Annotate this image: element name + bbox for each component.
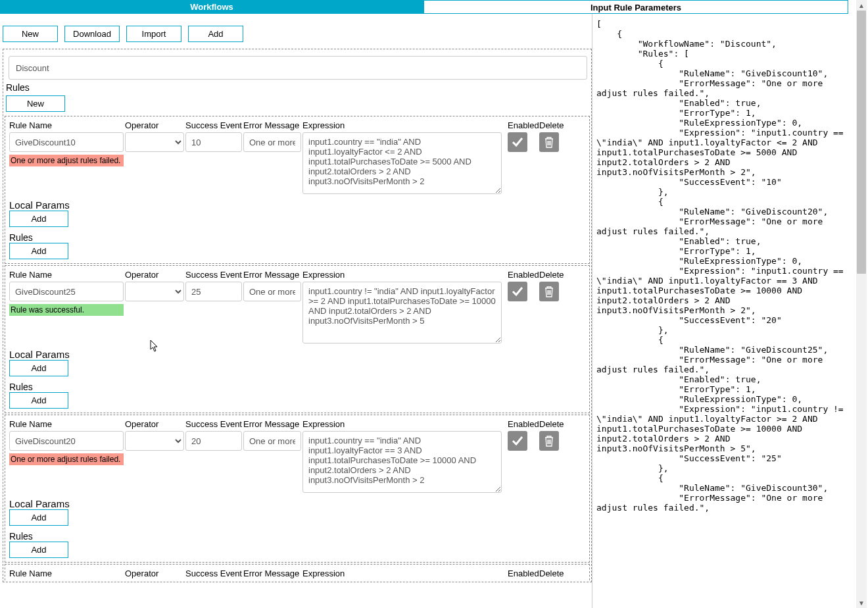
rule-status: One or more adjust rules failed. [9,155,124,166]
operator-select[interactable] [125,282,184,301]
local-params-label: Local Params [9,349,585,360]
col-errormessage: Error Message [243,268,301,282]
rule-block: Rule Name One or more adjust rules faile… [5,415,590,563]
col-delete: Delete [539,268,566,282]
toolbar: New Download Import Add [0,14,592,49]
enabled-toggle[interactable] [508,132,527,152]
vertical-scrollbar[interactable]: ▲ ▼ [856,0,867,608]
local-params-label: Local Params [9,199,585,211]
enabled-toggle[interactable] [508,282,527,301]
col-rulename: Rule Name [9,418,124,431]
col-operator: Operator [125,268,184,282]
col-errormessage: Error Message [243,119,301,132]
rule-block: Rule Name One or more adjust rules faile… [5,116,590,264]
nested-rules-label: Rules [9,232,585,243]
scroll-down-icon[interactable]: ▼ [856,597,867,608]
tab-input-rule-parameters[interactable]: Input Rule Parameters [423,0,848,14]
delete-button[interactable] [539,431,559,451]
rule-name-input[interactable] [9,282,124,301]
local-params-add-button[interactable]: Add [9,509,68,526]
json-panel: [ { "WorkflowName": "Discount", "Rules":… [592,14,848,608]
left-panel: New Download Import Add Rules New Rule N… [0,14,592,608]
check-icon [511,136,524,149]
expression-textarea[interactable] [302,282,502,343]
workflow-name-input[interactable] [9,56,587,80]
operator-select[interactable] [125,132,184,152]
local-params-add-button[interactable]: Add [9,211,68,227]
import-button[interactable]: Import [126,26,181,42]
rule-status: Rule was successful. [9,304,124,316]
error-message-input[interactable] [243,431,301,451]
col-errormessage: Error Message [243,418,301,431]
col-delete: Delete [539,119,566,132]
workflow-panel: Rules New Rule Name One or more adjust r… [3,49,592,582]
col-rulename: Rule Name [9,268,124,282]
delete-button[interactable] [539,282,559,301]
tab-workflows[interactable]: Workflows [0,0,423,14]
col-delete: Delete [539,418,566,431]
rule-block: Rule Name Operator Success Event Error M… [5,564,590,580]
download-button[interactable]: Download [64,26,120,42]
nested-rules-add-button[interactable]: Add [9,243,68,259]
error-message-input[interactable] [243,282,301,301]
rules-label: Rules [6,82,590,93]
trash-icon [544,286,554,297]
scrollbar-thumb[interactable] [857,11,866,274]
rule-name-input[interactable] [9,431,124,451]
delete-button[interactable] [539,132,559,152]
col-operator: Operator [125,119,184,132]
add-button[interactable]: Add [188,26,243,42]
nested-rules-add-button[interactable]: Add [9,392,68,409]
col-delete: Delete [539,567,566,580]
rules-new-button[interactable]: New [6,95,65,112]
col-operator: Operator [125,418,184,431]
col-expression: Expression [302,119,506,132]
nested-rules-add-button[interactable]: Add [9,542,68,558]
json-text: [ { "WorkflowName": "Discount", "Rules":… [596,19,848,513]
nested-rules-label: Rules [9,382,585,392]
success-event-input[interactable] [185,132,242,152]
local-params-add-button[interactable]: Add [9,360,68,376]
col-enabled: Enabled [508,567,538,580]
local-params-label: Local Params [9,498,585,509]
expression-textarea[interactable] [302,132,502,194]
col-enabled: Enabled [508,418,538,431]
rule-name-input[interactable] [9,132,124,152]
scroll-up-icon[interactable]: ▲ [856,0,867,11]
col-successevent: Success Event [185,119,242,132]
enabled-toggle[interactable] [508,431,527,451]
expression-textarea[interactable] [302,431,502,493]
error-message-input[interactable] [243,132,301,152]
new-button[interactable]: New [3,26,58,42]
col-rulename: Rule Name [9,119,124,132]
col-successevent: Success Event [185,418,242,431]
nested-rules-label: Rules [9,531,585,542]
trash-icon [544,435,554,447]
col-enabled: Enabled [508,268,538,282]
col-errormessage: Error Message [243,567,301,580]
col-enabled: Enabled [508,119,538,132]
rule-status: One or more adjust rules failed. [9,453,124,465]
col-expression: Expression [302,567,506,580]
success-event-input[interactable] [185,431,242,451]
col-expression: Expression [302,418,506,431]
trash-icon [544,136,554,148]
col-successevent: Success Event [185,567,242,580]
col-successevent: Success Event [185,268,242,282]
check-icon [511,434,524,447]
success-event-input[interactable] [185,282,242,301]
operator-select[interactable] [125,431,184,451]
col-rulename: Rule Name [9,567,124,580]
check-icon [511,285,524,298]
col-expression: Expression [302,268,506,282]
tab-bar: Workflows Input Rule Parameters [0,0,848,14]
col-operator: Operator [125,567,184,580]
rule-block: Rule Name Rule was successful. Operator … [5,265,590,413]
